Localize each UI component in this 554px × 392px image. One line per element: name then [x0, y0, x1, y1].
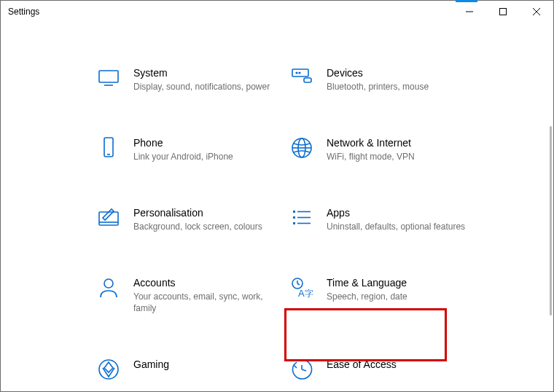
gaming-icon [97, 358, 120, 381]
globe-icon [290, 136, 313, 160]
tile-title: Phone [133, 136, 233, 149]
svg-rect-1 [500, 9, 507, 15]
tile-title: Gaming [133, 358, 169, 371]
content-area: System Display, sound, notifications, po… [1, 23, 553, 391]
close-button[interactable] [520, 1, 553, 23]
minimize-button[interactable] [453, 1, 486, 23]
tile-title: Devices [327, 66, 429, 79]
tile-subtitle: Background, lock screen, colours [133, 221, 262, 232]
tile-subtitle: Bluetooth, printers, mouse [327, 81, 429, 93]
maximize-icon [499, 8, 507, 15]
svg-line-26 [297, 283, 300, 285]
tile-subtitle: Your accounts, email, sync, work, family [133, 291, 273, 314]
maximize-button[interactable] [486, 1, 520, 23]
tile-network[interactable]: Network & Internet WiFi, flight mode, VP… [290, 136, 483, 162]
svg-rect-4 [99, 71, 118, 82]
settings-window: Settings System Display, sound, not [0, 0, 554, 392]
svg-text:A: A [298, 288, 305, 299]
svg-line-31 [302, 369, 306, 371]
system-icon [97, 66, 120, 90]
apps-icon [290, 206, 313, 230]
tile-title: System [133, 66, 270, 79]
close-icon [533, 8, 540, 15]
svg-point-8 [296, 72, 297, 74]
tile-subtitle: Uninstall, defaults, optional features [327, 221, 465, 232]
tile-title: Network & Internet [327, 136, 415, 149]
tile-title: Personalisation [133, 206, 262, 219]
tile-subtitle: Link your Android, iPhone [133, 151, 233, 162]
tile-system[interactable]: System Display, sound, notifications, po… [97, 66, 290, 93]
window-title: Settings [8, 7, 39, 17]
tile-time-language[interactable]: A 字 Time & Language Speech, region, date [290, 276, 483, 314]
personalisation-icon [97, 206, 120, 230]
svg-rect-10 [104, 138, 113, 157]
svg-point-9 [299, 72, 300, 74]
svg-rect-21 [293, 222, 295, 224]
ease-of-access-icon [290, 358, 313, 381]
tile-title: Accounts [133, 276, 273, 289]
tile-subtitle: WiFi, flight mode, VPN [327, 151, 415, 162]
tile-accounts[interactable]: Accounts Your accounts, email, sync, wor… [97, 276, 290, 314]
devices-icon [290, 66, 313, 90]
tile-subtitle: Speech, region, date [327, 291, 407, 302]
svg-point-23 [104, 279, 113, 288]
minimize-icon [466, 8, 473, 15]
svg-rect-7 [304, 78, 311, 82]
tile-phone[interactable]: Phone Link your Android, iPhone [97, 136, 290, 162]
scrollbar-thumb[interactable] [550, 126, 552, 315]
category-grid: System Display, sound, notifications, po… [1, 23, 553, 381]
tile-subtitle: Display, sound, notifications, power [133, 81, 270, 93]
tile-personalisation[interactable]: Personalisation Background, lock screen,… [97, 206, 290, 232]
svg-rect-15 [99, 212, 118, 225]
accounts-icon [97, 276, 120, 299]
tile-title: Apps [327, 206, 465, 219]
svg-rect-17 [293, 211, 295, 213]
tile-devices[interactable]: Devices Bluetooth, printers, mouse [290, 66, 483, 93]
tile-ease-of-access[interactable]: Ease of Access [290, 358, 483, 381]
svg-rect-19 [293, 216, 295, 219]
tile-title: Ease of Access [327, 358, 397, 371]
svg-text:字: 字 [305, 289, 313, 299]
window-controls [453, 1, 553, 23]
titlebar: Settings [1, 1, 553, 23]
tile-apps[interactable]: Apps Uninstall, defaults, optional featu… [290, 206, 483, 232]
tile-gaming[interactable]: Gaming [97, 358, 290, 381]
tile-title: Time & Language [327, 276, 407, 289]
phone-icon [97, 136, 120, 160]
time-language-icon: A 字 [290, 276, 313, 299]
